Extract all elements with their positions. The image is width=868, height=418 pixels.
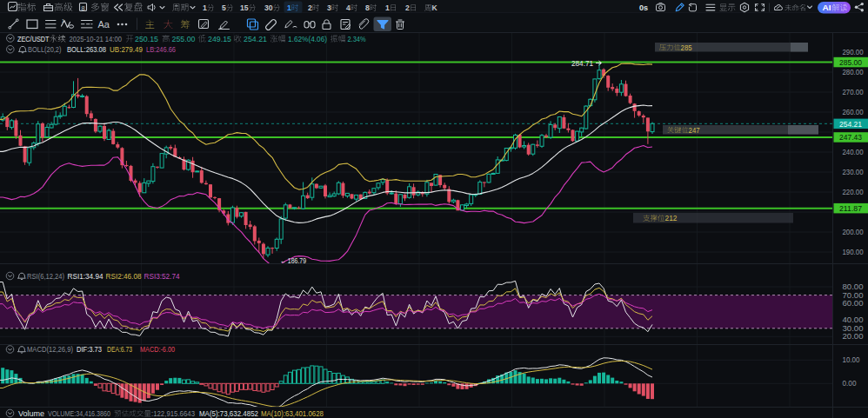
svg-text:5: 5: [222, 3, 226, 12]
svg-text:240.00: 240.00: [843, 148, 864, 156]
svg-text:MA(10):63,401.0628: MA(10):63,401.0628: [261, 409, 324, 418]
svg-text:3: 3: [327, 3, 331, 12]
svg-text:1: 1: [287, 3, 291, 12]
svg-text:0s: 0s: [639, 3, 648, 12]
svg-text:200.00: 200.00: [843, 228, 864, 236]
svg-text:255.00: 255.00: [172, 34, 196, 43]
svg-text:30: 30: [264, 3, 273, 12]
svg-text:190.00: 190.00: [843, 248, 864, 256]
svg-text:285: 285: [681, 44, 692, 52]
svg-text:1: 1: [62, 18, 64, 23]
svg-text:2025-10-21 14:00: 2025-10-21 14:00: [70, 34, 123, 43]
svg-text:RSI1:34.94: RSI1:34.94: [68, 272, 103, 281]
svg-text:40.00: 40.00: [843, 315, 864, 324]
svg-text:DIF:3.73: DIF:3.73: [77, 345, 102, 354]
svg-text:20.00: 20.00: [843, 332, 864, 341]
svg-text:290.00: 290.00: [843, 48, 864, 56]
svg-text:280.00: 280.00: [843, 68, 864, 76]
svg-text:0.00: 0.00: [843, 379, 857, 388]
svg-text:RSI2:46.08: RSI2:46.08: [106, 272, 142, 281]
svg-text:AI: AI: [823, 3, 831, 12]
svg-text:60.00: 60.00: [843, 299, 864, 308]
svg-text:254.21: 254.21: [244, 34, 267, 43]
svg-text:2: 2: [308, 3, 312, 12]
svg-text:30.00: 30.00: [843, 324, 864, 333]
svg-text:247.43: 247.43: [839, 133, 862, 142]
svg-text:MACD:-6.00: MACD:-6.00: [140, 345, 175, 354]
svg-text:2.34%: 2.34%: [348, 34, 366, 43]
svg-text:250.15: 250.15: [135, 34, 158, 43]
svg-text:MACD(12,26,9): MACD(12,26,9): [27, 345, 73, 354]
svg-text:270.00: 270.00: [843, 88, 864, 96]
svg-text:15: 15: [240, 3, 249, 12]
svg-text:RSI(6,12,24): RSI(6,12,24): [27, 272, 64, 281]
svg-text:4: 4: [346, 3, 351, 12]
svg-text:80.00: 80.00: [843, 282, 864, 291]
svg-text:285.00: 285.00: [839, 58, 862, 67]
svg-text:8: 8: [81, 4, 85, 12]
svg-text:212: 212: [665, 214, 678, 222]
svg-text:230.00: 230.00: [843, 168, 864, 176]
svg-text:BOLL:263.08: BOLL:263.08: [67, 45, 106, 54]
svg-text:Aa: Aa: [98, 19, 110, 30]
svg-text:260.00: 260.00: [843, 108, 864, 116]
svg-text:247: 247: [689, 127, 700, 135]
svg-text:MA(5):73,632.4852: MA(5):73,632.4852: [199, 409, 258, 418]
svg-text:BOLL(20,2): BOLL(20,2): [28, 45, 62, 54]
svg-text:254.21: 254.21: [839, 120, 862, 129]
svg-text:220.00: 220.00: [843, 188, 864, 196]
svg-text:DEA:6.73: DEA:6.73: [107, 345, 132, 354]
svg-text::122,915.6643: :122,915.6643: [151, 409, 195, 418]
svg-text:2: 2: [405, 3, 410, 12]
svg-text:← 186.79: ← 186.79: [280, 256, 306, 265]
svg-text:284.71: 284.71: [571, 59, 593, 68]
svg-text:LB:246.66: LB:246.66: [146, 45, 176, 54]
svg-text:ZEC/USDT: ZEC/USDT: [17, 34, 50, 43]
svg-text:UB:279.49: UB:279.49: [110, 45, 143, 54]
svg-text:249.15: 249.15: [208, 34, 231, 43]
svg-text:1.62%(4.06): 1.62%(4.06): [288, 34, 327, 43]
svg-text:VOLUME:34,416.3860: VOLUME:34,416.3860: [48, 409, 110, 418]
svg-text:70.00: 70.00: [843, 291, 864, 300]
svg-text:8: 8: [365, 3, 370, 12]
svg-text:10.00: 10.00: [843, 355, 860, 364]
svg-text:RSI3:52.74: RSI3:52.74: [144, 272, 180, 281]
svg-text:K: K: [432, 3, 438, 12]
svg-text:1: 1: [385, 3, 390, 12]
svg-text:Volume: Volume: [18, 409, 44, 418]
svg-text:211.87: 211.87: [839, 204, 862, 213]
svg-text:1: 1: [203, 3, 207, 12]
